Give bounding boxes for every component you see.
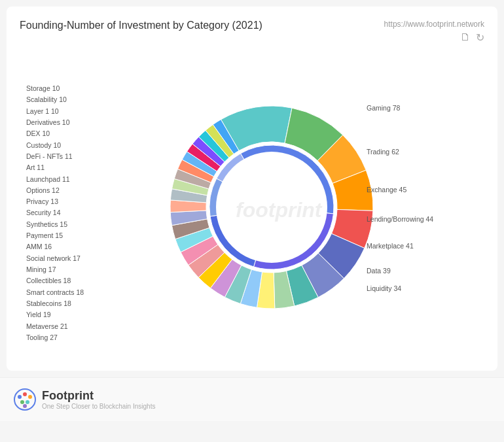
label-trading: Trading 62 <box>367 146 478 158</box>
right-labels: Gaming 78 Trading 62 Exchange 45 Lending… <box>367 103 478 294</box>
label-defi-nfts: DeFi - NFTs 11 <box>26 151 170 162</box>
label-marketplace: Marketplace 41 <box>367 241 478 252</box>
label-security: Security 14 <box>26 207 170 218</box>
chart-url: https://www.footprint.network <box>384 20 484 29</box>
left-labels: Storage 10 Scalability 10 Layer 1 10 Der… <box>26 83 170 343</box>
label-exchange: Exchange 45 <box>367 184 478 196</box>
label-mining: Mining 17 <box>26 264 170 275</box>
svg-point-12 <box>26 400 29 404</box>
label-metaverse: Metaverse 21 <box>26 321 170 332</box>
card-icons: 🗋 ↻ <box>384 31 484 44</box>
label-stablecoins: Stablecoins 18 <box>26 298 170 309</box>
chart-title: Founding-Number of Investment by Categor… <box>20 20 262 31</box>
svg-point-9 <box>23 392 27 396</box>
label-yield: Yield 19 <box>26 309 170 320</box>
card-header: Founding-Number of Investment by Categor… <box>20 20 484 44</box>
label-collectibles: Collectibles 18 <box>26 275 170 286</box>
label-derivatives: Derivatives 10 <box>26 117 170 128</box>
label-options: Options 12 <box>26 185 170 196</box>
svg-text:Infrastructure: Infrastructure <box>261 229 303 236</box>
copy-icon[interactable]: 🗋 <box>460 31 471 44</box>
label-launchpad: Launchpad 11 <box>26 174 170 185</box>
label-art: Art 11 <box>26 162 170 173</box>
svg-point-10 <box>28 395 32 399</box>
label-gaming: Gaming 78 <box>367 103 478 114</box>
label-tooling: Tooling 27 <box>26 332 170 343</box>
label-amm: AMM 16 <box>26 241 170 252</box>
label-payment: Payment 15 <box>26 230 170 241</box>
label-liquidity: Liquidity 34 <box>367 283 478 294</box>
label-synthetics: Synthetics 15 <box>26 219 170 230</box>
footprint-logo-icon <box>13 388 37 411</box>
svg-point-8 <box>18 395 22 399</box>
footer-logo: Footprint One Step Closer to Blockchain … <box>13 388 155 411</box>
label-lending: Lending/Borrowing 44 <box>367 214 478 225</box>
label-custody: Custody 10 <box>26 140 170 151</box>
label-social-network: Social network 17 <box>26 253 170 264</box>
label-dex: DEX 10 <box>26 128 170 139</box>
label-storage: Storage 10 <box>26 83 170 94</box>
footer-brand: Footprint <box>42 389 155 403</box>
footer: Footprint One Step Closer to Blockchain … <box>0 377 504 421</box>
label-data: Data 39 <box>367 265 478 277</box>
footer-tagline: One Step Closer to Blockchain Insights <box>42 403 155 410</box>
label-layer1: Layer 1 10 <box>26 106 170 117</box>
label-privacy: Privacy 13 <box>26 196 170 207</box>
label-smart-contracts: Smart contracts 18 <box>26 287 170 298</box>
label-scalability: Scalability 10 <box>26 94 170 105</box>
main-card: Founding-Number of Investment by Categor… <box>7 7 497 371</box>
footer-text: Footprint One Step Closer to Blockchain … <box>42 389 155 410</box>
svg-text:footprint: footprint <box>236 198 323 222</box>
svg-point-11 <box>20 400 24 404</box>
refresh-icon[interactable]: ↻ <box>476 31 484 44</box>
donut-svg: Web3 CeFi DeFi NFTs Infrastructure footp… <box>164 63 380 351</box>
svg-point-13 <box>23 404 27 408</box>
donut-chart-wrapper: Web3 CeFi DeFi NFTs Infrastructure footp… <box>164 63 380 354</box>
chart-area: Storage 10 Scalability 10 Layer 1 10 Der… <box>20 50 484 364</box>
